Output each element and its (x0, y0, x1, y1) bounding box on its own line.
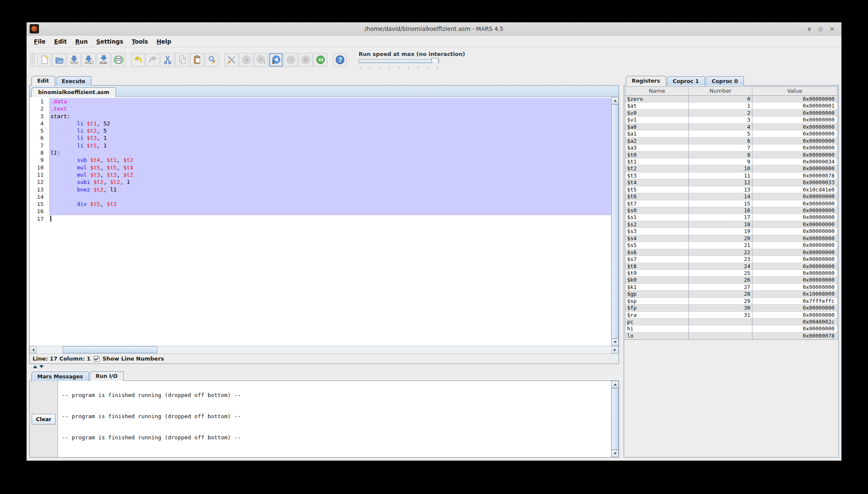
register-row-sp[interactable]: $sp290x7fffeffc (625, 298, 837, 305)
pause-button[interactable] (284, 53, 298, 67)
split-divider[interactable] (29, 364, 619, 369)
register-row-k0[interactable]: $k0260x00000000 (625, 277, 837, 283)
register-row-t8[interactable]: $t8240x00000000 (625, 263, 837, 270)
register-row-hi[interactable]: hi0x00000000 (625, 325, 837, 332)
editor-horizontal-scrollbar[interactable] (30, 346, 619, 353)
scroll-down-button[interactable] (611, 339, 619, 346)
register-row-s4[interactable]: $s4200x00000000 (625, 235, 837, 242)
scroll-left-button[interactable] (30, 346, 37, 353)
register-row-a2[interactable]: $a260x00000000 (625, 138, 837, 144)
register-row-v0[interactable]: $v020x00000000 (625, 110, 837, 117)
register-row-t3[interactable]: $t3110x00000078 (625, 172, 837, 179)
show-line-numbers-checkbox[interactable] (94, 356, 100, 362)
register-row-a0[interactable]: $a040x00000000 (625, 124, 837, 130)
reset-button[interactable] (313, 53, 327, 67)
close-icon[interactable]: × (829, 25, 835, 32)
stop-button[interactable] (299, 53, 312, 67)
column-header-number[interactable]: Number (689, 87, 752, 95)
run-speed-slider[interactable] (359, 58, 443, 69)
register-row-t9[interactable]: $t9250x00000000 (625, 270, 837, 277)
assemble-button[interactable] (224, 53, 238, 67)
save-button[interactable] (67, 53, 81, 67)
register-row-lo[interactable]: lo0x00000078 (625, 333, 837, 339)
column-header-value[interactable]: Value (752, 87, 837, 95)
register-row-s1[interactable]: $s1170x00000000 (625, 214, 837, 221)
open-file-button[interactable] (52, 53, 66, 67)
undo-button[interactable] (131, 53, 145, 67)
register-row-t5[interactable]: $t5130x10cd41e0 (625, 186, 837, 193)
menu-run[interactable]: Run (71, 37, 92, 46)
io-vertical-scrollbar[interactable] (611, 381, 619, 457)
register-row-s2[interactable]: $s2180x00000000 (625, 221, 837, 228)
register-row-gp[interactable]: $gp280x10008000 (625, 291, 837, 297)
copy-button[interactable] (175, 53, 189, 67)
scroll-up-button[interactable] (611, 97, 619, 104)
register-row-s3[interactable]: $s3190x00000000 (625, 228, 837, 235)
scrollbar-track[interactable] (611, 104, 619, 339)
paste-button[interactable] (190, 53, 204, 67)
step-button[interactable]: 1 (254, 53, 268, 67)
register-row-k1[interactable]: $k1270x00000000 (625, 284, 837, 291)
scrollbar-thumb[interactable] (63, 346, 158, 353)
toolbar-drag-handle[interactable] (30, 53, 35, 67)
register-row-t0[interactable]: $t080x00000000 (625, 152, 837, 158)
editor-vertical-scrollbar[interactable] (611, 97, 619, 346)
slider-thumb[interactable] (431, 58, 439, 66)
register-row-t4[interactable]: $t4120x00000033 (625, 179, 837, 186)
register-row-pc[interactable]: pc0x0040002c (625, 319, 837, 325)
print-button[interactable] (111, 53, 125, 67)
dump-memory-button[interactable]: 0101 (97, 53, 111, 67)
scrollbar-track[interactable] (37, 346, 611, 353)
register-row-zero[interactable]: $zero00x00000000 (625, 96, 837, 103)
file-tab[interactable]: binomialkoeffizient.asm (31, 87, 116, 97)
slider-track[interactable] (359, 59, 439, 63)
tab-execute[interactable]: Execute (56, 76, 91, 86)
register-row-at[interactable]: $at10x00000001 (625, 103, 837, 109)
tab-registers[interactable]: Registers (626, 76, 666, 86)
register-row-t7[interactable]: $t7150x00000000 (625, 200, 837, 207)
register-row-s7[interactable]: $s7230x00000000 (625, 256, 837, 263)
menu-tools[interactable]: Tools (127, 37, 152, 46)
collapse-up-icon[interactable] (33, 365, 37, 368)
minimize-icon[interactable]: ∨ (807, 25, 811, 32)
new-file-button[interactable] (37, 53, 51, 67)
register-row-t6[interactable]: $t6140x00000000 (625, 193, 837, 200)
collapse-down-icon[interactable] (39, 365, 44, 368)
scroll-right-button[interactable] (611, 346, 619, 353)
maximize-icon[interactable]: ◇ (818, 25, 823, 32)
backstep-button[interactable]: 1 (269, 53, 283, 67)
register-row-a1[interactable]: $a150x00000000 (625, 130, 837, 137)
menu-edit[interactable]: Edit (50, 37, 71, 46)
scrollbar-thumb[interactable] (611, 388, 619, 450)
scrollbar-track[interactable] (611, 388, 619, 450)
scrollbar-thumb[interactable] (611, 104, 619, 339)
find-replace-button[interactable] (205, 53, 219, 67)
menu-help[interactable]: Help (152, 37, 176, 46)
help-button[interactable]: ? (333, 53, 347, 67)
menu-settings[interactable]: Settings (92, 37, 127, 46)
register-row-fp[interactable]: $fp300x00000000 (625, 305, 837, 311)
register-row-s0[interactable]: $s0160x00000000 (625, 207, 837, 214)
scroll-down-button[interactable] (611, 450, 619, 457)
register-row-a3[interactable]: $a370x00000000 (625, 144, 837, 151)
register-row-t2[interactable]: $t2100x00000000 (625, 165, 837, 172)
register-row-ra[interactable]: $ra310x00000000 (625, 312, 837, 319)
redo-button[interactable] (146, 53, 160, 67)
cut-button[interactable] (160, 53, 174, 67)
save-as-button[interactable] (82, 53, 96, 67)
menu-file[interactable]: File (30, 37, 50, 46)
register-row-v1[interactable]: $v130x00000000 (625, 117, 837, 123)
code-editor[interactable]: .data.textstart: li $t1, 52 li $t2, 5 li… (49, 97, 611, 346)
tab-run-io[interactable]: Run I/O (90, 371, 124, 381)
register-row-s6[interactable]: $s6220x00000000 (625, 249, 837, 256)
tab-mars-messages[interactable]: Mars Messages (31, 372, 89, 381)
run-button[interactable] (239, 53, 253, 67)
scroll-up-button[interactable] (611, 381, 619, 388)
tab-edit[interactable]: Edit (31, 76, 55, 86)
tab-coproc0[interactable]: Coproc 0 (706, 76, 744, 86)
clear-button[interactable]: Clear (32, 414, 56, 425)
run-io-output[interactable]: -- program is finished running (dropped … (58, 381, 611, 457)
register-row-s5[interactable]: $s5210x00000000 (625, 242, 837, 249)
register-row-t1[interactable]: $t190x00000034 (625, 158, 837, 165)
column-header-name[interactable]: Name (625, 87, 689, 95)
